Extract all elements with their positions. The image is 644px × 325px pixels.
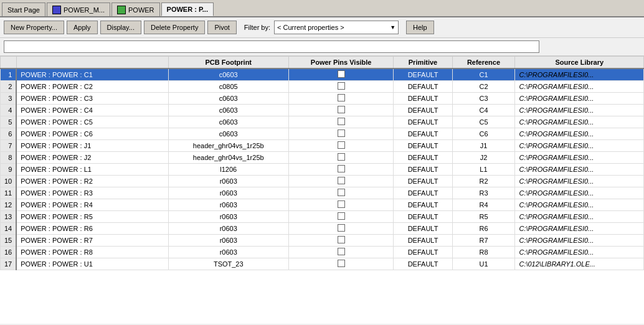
display-button[interactable]: Display...	[100, 21, 141, 34]
cell-power-pins-visible[interactable]	[288, 105, 394, 116]
power-pins-visible-checkbox[interactable]	[338, 165, 345, 172]
table-row[interactable]: 9POWER : POWER : L1l1206DEFAULTL1C:\PROG…	[1, 164, 644, 176]
power-pins-visible-checkbox[interactable]	[338, 189, 345, 196]
cell-pcb-footprint: TSOT_23	[168, 258, 288, 270]
cell-source-library: C:\PROGRAMFILESI0...	[515, 187, 644, 199]
cell-source-library: C:\PROGRAMFILESI0...	[515, 247, 644, 258]
cell-power-pins-visible[interactable]	[288, 199, 394, 211]
table-row[interactable]: 14POWER : POWER : R6r0603DEFAULTR6C:\PRO…	[1, 223, 644, 235]
table-row[interactable]: 15POWER : POWER : R7r0603DEFAULTR7C:\PRO…	[1, 235, 644, 247]
cell-power-pins-visible[interactable]	[288, 258, 394, 270]
cell-component: POWER : POWER : R5	[16, 211, 168, 223]
power-pins-visible-checkbox[interactable]	[338, 224, 345, 232]
filter-dropdown[interactable]: < Current properties > ▼	[274, 21, 399, 34]
power-pins-visible-checkbox[interactable]	[338, 153, 345, 161]
tab-power-m[interactable]: POWER_M...	[47, 2, 110, 16]
cell-row-num: 13	[1, 211, 17, 223]
power-pins-visible-checkbox[interactable]	[338, 106, 345, 113]
cell-reference: C6	[452, 128, 515, 140]
table-row[interactable]: 8POWER : POWER : J2header_ghr04vs_1r25bD…	[1, 152, 644, 164]
cell-power-pins-visible[interactable]	[288, 93, 394, 105]
table-row[interactable]: 7POWER : POWER : J1header_ghr04vs_1r25bD…	[1, 140, 644, 152]
cell-power-pins-visible[interactable]	[288, 223, 394, 235]
cell-pcb-footprint: c0603	[168, 93, 288, 105]
cell-power-pins-visible[interactable]	[288, 187, 394, 199]
table-row[interactable]: 2POWER : POWER : C2c0805DEFAULTC2C:\PROG…	[1, 81, 644, 93]
power-pins-visible-checkbox[interactable]	[338, 70, 345, 78]
power-pins-visible-checkbox[interactable]	[338, 141, 345, 149]
tab-start-page[interactable]: Start Page	[2, 2, 45, 16]
power-pins-visible-checkbox[interactable]	[338, 236, 345, 243]
cell-row-num: 12	[1, 199, 17, 211]
cell-source-library: C:\PROGRAMFILESI0...	[515, 68, 644, 81]
power-pins-visible-checkbox[interactable]	[338, 248, 345, 255]
power-pins-visible-checkbox[interactable]	[338, 82, 345, 90]
cell-power-pins-visible[interactable]	[288, 140, 394, 152]
table-container: PCB Footprint Power Pins Visible Primiti…	[0, 56, 644, 324]
cell-power-pins-visible[interactable]	[288, 176, 394, 187]
pivot-button[interactable]: Pivot	[207, 21, 236, 34]
power-pins-visible-checkbox[interactable]	[338, 118, 345, 125]
apply-button[interactable]: Apply	[67, 21, 98, 34]
cell-power-pins-visible[interactable]	[288, 68, 394, 81]
cell-primitive: DEFAULT	[394, 176, 452, 187]
table-row[interactable]: 5POWER : POWER : C5c0603DEFAULTC5C:\PROG…	[1, 116, 644, 128]
power-pins-visible-checkbox[interactable]	[338, 130, 345, 137]
cell-reference: L1	[452, 164, 515, 176]
cell-row-num: 17	[1, 258, 17, 270]
cell-reference: C3	[452, 93, 515, 105]
cell-component: POWER : POWER : C3	[16, 93, 168, 105]
table-row[interactable]: 6POWER : POWER : C6c0603DEFAULTC6C:\PROG…	[1, 128, 644, 140]
cell-source-library: C:\PROGRAMFILESI0...	[515, 116, 644, 128]
cell-source-library: C:\PROGRAMFILESI0...	[515, 93, 644, 105]
power-pins-visible-checkbox[interactable]	[338, 212, 345, 220]
col-header-pcb-footprint: PCB Footprint	[168, 57, 288, 69]
tab-power-p[interactable]: POWER : P...	[161, 2, 214, 16]
cell-source-library: C:\PROGRAMFILESI0...	[515, 176, 644, 187]
table-row[interactable]: 3POWER : POWER : C3c0603DEFAULTC3C:\PROG…	[1, 93, 644, 105]
table-row[interactable]: 11POWER : POWER : R3r0603DEFAULTR3C:\PRO…	[1, 187, 644, 199]
cell-power-pins-visible[interactable]	[288, 235, 394, 247]
cell-component: POWER : POWER : R7	[16, 235, 168, 247]
cell-pcb-footprint: c0805	[168, 81, 288, 93]
new-property-button[interactable]: New Property...	[4, 21, 64, 34]
cell-primitive: DEFAULT	[394, 128, 452, 140]
cell-power-pins-visible[interactable]	[288, 211, 394, 223]
power-pins-visible-checkbox[interactable]	[338, 260, 345, 267]
cell-reference: R3	[452, 187, 515, 199]
table-row[interactable]: 13POWER : POWER : R5r0603DEFAULTR5C:\PRO…	[1, 211, 644, 223]
cell-reference: C1	[452, 68, 515, 81]
table-header-row: PCB Footprint Power Pins Visible Primiti…	[1, 57, 644, 69]
cell-component: POWER : POWER : C1	[16, 68, 168, 81]
power-pins-visible-checkbox[interactable]	[338, 94, 345, 101]
cell-row-num: 1	[1, 68, 17, 81]
table-row[interactable]: 16POWER : POWER : R8r0603DEFAULTR8C:\PRO…	[1, 247, 644, 258]
tab-power[interactable]: POWER	[111, 2, 160, 16]
delete-property-button[interactable]: Delete Property	[144, 21, 205, 34]
cell-reference: R7	[452, 235, 515, 247]
table-row[interactable]: 1POWER : POWER : C1c0603DEFAULTC1C:\PROG…	[1, 68, 644, 81]
cell-power-pins-visible[interactable]	[288, 116, 394, 128]
table-row[interactable]: 4POWER : POWER : C4c0603DEFAULTC4C:\PROG…	[1, 105, 644, 116]
table-row[interactable]: 12POWER : POWER : R4r0603DEFAULTR4C:\PRO…	[1, 199, 644, 211]
cell-reference: C2	[452, 81, 515, 93]
search-input[interactable]	[4, 40, 539, 53]
cell-row-num: 7	[1, 140, 17, 152]
cell-component: POWER : POWER : U1	[16, 258, 168, 270]
cell-component: POWER : POWER : L1	[16, 164, 168, 176]
cell-power-pins-visible[interactable]	[288, 128, 394, 140]
cell-pcb-footprint: l1206	[168, 164, 288, 176]
cell-reference: U1	[452, 258, 515, 270]
power-pins-visible-checkbox[interactable]	[338, 200, 345, 208]
table-row[interactable]: 17POWER : POWER : U1TSOT_23DEFAULTU1C:\0…	[1, 258, 644, 270]
power-pins-visible-checkbox[interactable]	[338, 177, 345, 184]
cell-primitive: DEFAULT	[394, 116, 452, 128]
cell-pcb-footprint: header_ghr04vs_1r25b	[168, 152, 288, 164]
cell-power-pins-visible[interactable]	[288, 164, 394, 176]
cell-power-pins-visible[interactable]	[288, 152, 394, 164]
help-button[interactable]: Help	[406, 21, 434, 34]
table-row[interactable]: 10POWER : POWER : R2r0603DEFAULTR2C:\PRO…	[1, 176, 644, 187]
cell-power-pins-visible[interactable]	[288, 81, 394, 93]
cell-power-pins-visible[interactable]	[288, 247, 394, 258]
cell-reference: R5	[452, 211, 515, 223]
